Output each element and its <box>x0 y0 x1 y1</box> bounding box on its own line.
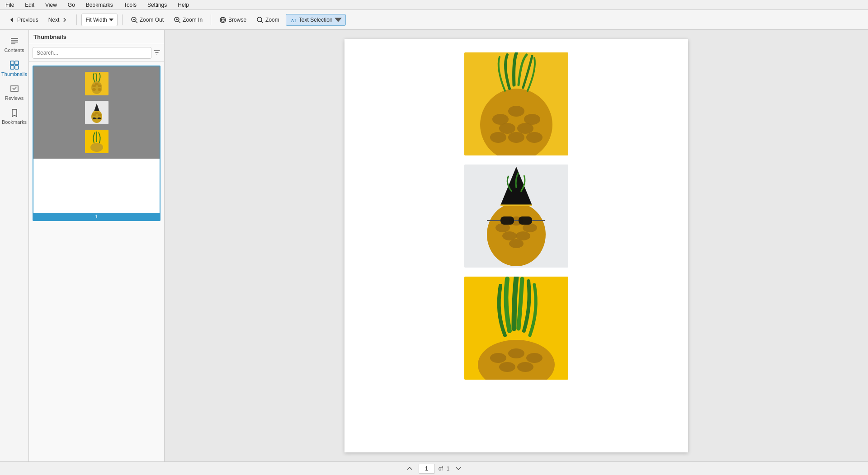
svg-rect-15 <box>10 61 14 65</box>
svg-rect-30 <box>98 118 101 119</box>
svg-point-42 <box>490 132 506 143</box>
pineapple-image-1 <box>464 52 568 155</box>
zoom-in-icon <box>174 16 181 24</box>
svg-line-4 <box>179 21 180 23</box>
thumbnails-search-bar <box>29 44 164 62</box>
svg-point-41 <box>508 132 524 143</box>
svg-rect-16 <box>15 61 19 65</box>
previous-icon <box>8 16 15 24</box>
contents-icon <box>9 36 19 46</box>
svg-rect-29 <box>93 118 96 119</box>
svg-point-60 <box>508 348 524 358</box>
zoom-out-button[interactable]: Zoom Out <box>127 14 167 25</box>
status-bar: of 1 <box>0 461 868 475</box>
main-layout: Contents Thumbnails Reviews Bookmarks Th… <box>0 30 868 461</box>
svg-point-35 <box>480 89 552 155</box>
menu-settings[interactable]: Settings <box>146 1 169 9</box>
menu-view[interactable]: View <box>43 1 59 9</box>
sidebar-icons: Contents Thumbnails Reviews Bookmarks <box>0 30 29 461</box>
bookmarks-icon <box>9 108 19 118</box>
svg-point-59 <box>490 353 506 363</box>
previous-button[interactable]: Previous <box>5 14 42 25</box>
svg-point-48 <box>502 231 517 240</box>
svg-line-1 <box>136 21 137 23</box>
svg-point-61 <box>526 353 542 363</box>
svg-point-63 <box>517 362 533 372</box>
pdf-page <box>344 39 688 452</box>
svg-point-49 <box>516 231 530 240</box>
svg-point-58 <box>478 340 555 380</box>
sidebar-item-bookmarks[interactable]: Bookmarks <box>2 105 27 127</box>
browse-icon <box>219 16 226 24</box>
svg-point-39 <box>499 123 515 134</box>
main-content[interactable] <box>165 30 868 461</box>
svg-rect-17 <box>10 66 14 69</box>
menu-bookmarks[interactable]: Bookmarks <box>84 1 115 9</box>
separator-3 <box>211 14 211 25</box>
text-selection-button[interactable]: AI Text Selection <box>286 14 346 26</box>
page-up-button[interactable] <box>404 466 415 471</box>
next-button[interactable]: Next <box>45 14 72 25</box>
svg-line-9 <box>261 21 263 23</box>
sidebar-item-reviews[interactable]: Reviews <box>2 81 27 103</box>
pineapple-image-3 <box>464 277 568 380</box>
svg-point-36 <box>508 106 524 117</box>
total-pages: 1 <box>447 466 450 472</box>
filter-icon[interactable] <box>153 49 160 57</box>
menu-go[interactable]: Go <box>66 1 77 9</box>
svg-rect-52 <box>519 216 532 225</box>
page-down-button[interactable] <box>453 466 464 471</box>
pineapple-image-2 <box>464 165 568 268</box>
svg-marker-32 <box>94 103 99 111</box>
menu-bar: File Edit View Go Bookmarks Tools Settin… <box>0 0 868 10</box>
sidebar-item-contents[interactable]: Contents <box>2 33 27 56</box>
search-input[interactable] <box>33 47 151 59</box>
svg-point-27 <box>95 112 99 114</box>
next-icon <box>61 16 68 24</box>
text-selection-icon: AI <box>290 16 297 24</box>
svg-text:AI: AI <box>291 18 296 23</box>
zoom-button[interactable]: Zoom <box>253 14 283 25</box>
zoom-in-button[interactable]: Zoom In <box>170 14 206 25</box>
thumbnail-page-1[interactable]: 1 <box>33 66 160 221</box>
menu-help[interactable]: Help <box>176 1 191 9</box>
fit-width-dropdown-icon <box>109 19 113 21</box>
svg-point-21 <box>95 83 99 85</box>
menu-edit[interactable]: Edit <box>23 1 36 9</box>
svg-point-28 <box>98 113 101 116</box>
svg-rect-18 <box>15 66 19 69</box>
svg-point-40 <box>517 123 533 134</box>
chevron-up-icon <box>407 467 412 470</box>
thumbnails-panel: Thumbnails <box>29 30 165 461</box>
toolbar: Previous Next Fit Width Zoom Out Zoom In… <box>0 10 868 30</box>
page-number-input[interactable] <box>419 464 435 474</box>
zoom-tool-icon <box>256 16 264 24</box>
svg-point-20 <box>92 85 96 87</box>
reviews-icon <box>9 84 19 94</box>
thumbnail-page-number: 1 <box>33 213 160 220</box>
svg-point-34 <box>90 143 103 152</box>
fit-width-button[interactable]: Fit Width <box>81 14 117 26</box>
separator-1 <box>76 14 77 25</box>
text-selection-dropdown-icon <box>335 16 342 24</box>
menu-tools[interactable]: Tools <box>122 1 138 9</box>
zoom-out-icon <box>131 16 138 24</box>
svg-point-8 <box>257 17 262 22</box>
svg-rect-51 <box>500 216 514 225</box>
menu-file[interactable]: File <box>4 1 16 9</box>
svg-point-22 <box>98 85 101 87</box>
browse-button[interactable]: Browse <box>216 14 250 25</box>
svg-point-26 <box>92 113 96 116</box>
thumbnails-list: 1 <box>29 62 164 461</box>
svg-point-50 <box>509 239 524 248</box>
svg-point-43 <box>526 132 542 143</box>
separator-2 <box>122 14 123 25</box>
thumbnails-title: Thumbnails <box>29 30 164 44</box>
svg-point-23 <box>92 88 96 91</box>
sidebar-item-thumbnails[interactable]: Thumbnails <box>2 57 27 80</box>
svg-point-62 <box>499 362 515 372</box>
svg-point-24 <box>98 88 101 91</box>
thumbnails-icon <box>9 60 19 70</box>
of-label: of <box>439 466 443 472</box>
chevron-down-icon <box>456 467 461 470</box>
